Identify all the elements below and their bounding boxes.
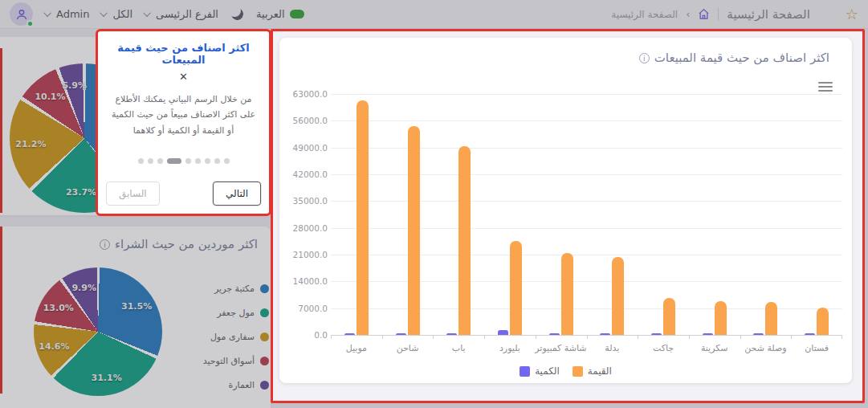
- step-dot[interactable]: [195, 158, 201, 164]
- step-dot[interactable]: [157, 158, 163, 164]
- chart-menu-hamburger-icon[interactable]: [818, 80, 833, 94]
- bar-chart-legend: الكميةالقيمة: [279, 365, 852, 377]
- y-axis-tick-label: 49000.0: [281, 143, 328, 153]
- x-axis-tick: [638, 335, 638, 339]
- quantity-bar[interactable]: [498, 330, 508, 335]
- y-axis-tick-label: 63000.0: [281, 89, 328, 99]
- value-bar[interactable]: [561, 253, 573, 335]
- step-dot[interactable]: [224, 158, 230, 164]
- value-bar[interactable]: [663, 298, 675, 335]
- value-bar[interactable]: [357, 100, 369, 335]
- x-axis-tick: [689, 335, 690, 339]
- legend-swatch: [573, 366, 583, 377]
- y-gridline: [331, 94, 842, 95]
- next-button[interactable]: التالي: [213, 182, 261, 206]
- tour-progress-dots: [98, 158, 269, 164]
- previous-button[interactable]: السابق: [106, 182, 160, 206]
- step-dot[interactable]: [205, 158, 210, 164]
- value-bar[interactable]: [458, 146, 471, 335]
- x-axis-tick: [536, 335, 536, 339]
- x-axis-tick: [791, 335, 792, 339]
- x-axis-category-label: جاكت: [638, 343, 689, 353]
- x-axis-tick: [433, 335, 434, 339]
- y-axis-tick-label: 0.0: [281, 330, 328, 340]
- quantity-bar[interactable]: [549, 333, 560, 335]
- x-axis-tick: [331, 335, 332, 339]
- legend-item[interactable]: الكمية: [520, 365, 560, 377]
- legend-swatch: [520, 366, 530, 377]
- quantity-bar[interactable]: [651, 333, 662, 335]
- step-dot[interactable]: [214, 158, 220, 164]
- y-axis-tick-label: 7000.0: [281, 304, 328, 313]
- quantity-bar[interactable]: [396, 333, 406, 335]
- legend-label: الكمية: [535, 365, 560, 377]
- step-dot[interactable]: [185, 158, 191, 164]
- value-bar[interactable]: [765, 302, 777, 335]
- quantity-bar[interactable]: [753, 333, 764, 335]
- y-gridline: [331, 120, 842, 121]
- x-axis-category-label: موبيل: [331, 343, 382, 353]
- y-axis-tick-label: 56000.0: [281, 116, 328, 125]
- x-axis-category-label: باب: [433, 343, 484, 353]
- info-icon[interactable]: i: [639, 53, 650, 63]
- value-bar[interactable]: [612, 257, 624, 335]
- step-dot[interactable]: [138, 158, 144, 164]
- value-bar[interactable]: [510, 241, 522, 335]
- x-axis-category-label: وصلة شحن: [740, 343, 792, 353]
- x-axis-tick: [842, 335, 842, 339]
- x-axis-tick: [587, 335, 588, 339]
- value-bar[interactable]: [715, 301, 727, 335]
- tour-popup-body: من خلال الرسم البياني يمكنك الأطلاع على …: [109, 92, 258, 138]
- quantity-bar[interactable]: [600, 333, 610, 335]
- x-axis-category-label: شاشة كمبيوتر: [536, 343, 587, 353]
- y-axis-tick-label: 28000.0: [281, 223, 328, 233]
- x-axis-category-label: بليورد: [484, 343, 536, 353]
- tour-popup: اكثر اصناف من حيث قيمة المبيعات ✕ من خلا…: [96, 29, 271, 216]
- step-dot[interactable]: [148, 158, 153, 164]
- bar-chart-plot-area: 0.07000.014000.021000.028000.035000.0420…: [331, 94, 842, 335]
- tour-popup-buttons: السابق التالي: [106, 182, 261, 206]
- legend-item[interactable]: القيمة: [573, 365, 612, 377]
- active-step-dot[interactable]: [167, 158, 181, 164]
- tour-highlight-frame: اكثر اصناف من حيث قيمة المبيعات i 0.0700…: [271, 29, 865, 403]
- sales-chart-title: اكثر اصناف من حيث قيمة المبيعات i: [639, 51, 829, 65]
- y-axis-tick-label: 21000.0: [281, 250, 328, 259]
- quantity-bar[interactable]: [446, 333, 457, 335]
- x-axis-category-label: بدلة: [587, 343, 638, 353]
- value-bar[interactable]: [408, 126, 420, 335]
- x-axis-tick: [484, 335, 485, 339]
- y-axis-tick-label: 42000.0: [281, 169, 328, 179]
- quantity-bar[interactable]: [703, 333, 713, 335]
- x-axis-tick: [382, 335, 383, 339]
- y-axis-tick-label: 35000.0: [281, 196, 328, 206]
- legend-label: القيمة: [588, 365, 612, 377]
- close-icon[interactable]: ✕: [98, 71, 269, 82]
- x-axis-category-label: سكرينة: [689, 343, 740, 353]
- x-axis-tick: [740, 335, 741, 339]
- sales-chart-title-text: اكثر اصناف من حيث قيمة المبيعات: [654, 51, 829, 65]
- quantity-bar[interactable]: [805, 333, 815, 335]
- tour-popup-title: اكثر اصناف من حيث قيمة المبيعات: [98, 42, 269, 66]
- y-axis-tick-label: 14000.0: [281, 276, 328, 286]
- quantity-bar[interactable]: [344, 333, 355, 335]
- x-axis-category-label: شاحن: [382, 343, 434, 353]
- sales-chart-card: اكثر اصناف من حيث قيمة المبيعات i 0.0700…: [279, 38, 852, 383]
- value-bar[interactable]: [817, 308, 829, 335]
- x-axis-category-label: فستان: [791, 343, 842, 353]
